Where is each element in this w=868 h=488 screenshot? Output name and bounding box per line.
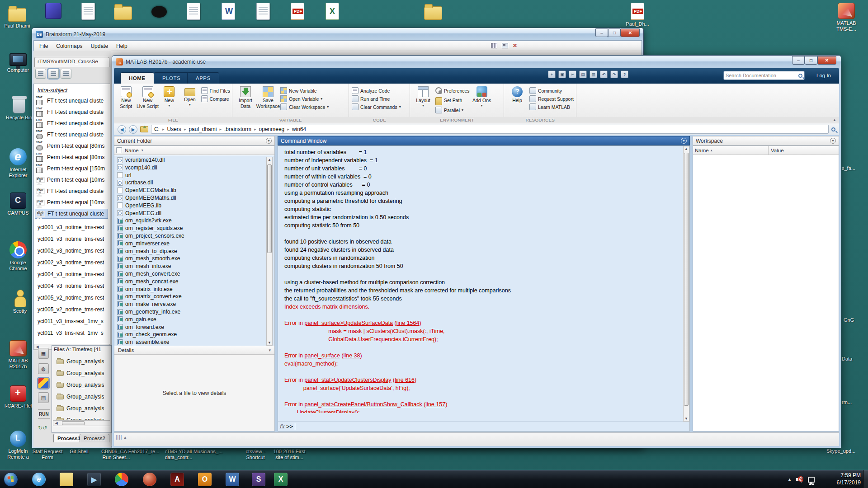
button-new-variable[interactable]: New Variable (280, 87, 329, 94)
tree-item[interactable]: yct004_v3_notime_tms-rest (37, 281, 110, 291)
close-all-icon[interactable]: ✕ (513, 42, 517, 49)
app-red-taskbar-icon[interactable] (143, 473, 156, 486)
desktop-icon[interactable] (420, 3, 447, 20)
desktop-icon[interactable]: MATLAB R2017b (4, 340, 33, 370)
workspace-name-column[interactable]: Name (695, 148, 709, 153)
breadcrumb-item[interactable]: C: (154, 126, 160, 132)
breadcrumb-item[interactable]: win64 (292, 126, 306, 132)
desktop-icon-label[interactable]: Skype_upd... (826, 448, 855, 454)
file-row[interactable]: OpenMEEGMaths.dll (117, 195, 267, 201)
button-compare[interactable]: Compare (201, 95, 231, 102)
tree-item[interactable]: FT t-test unequal cluste (35, 186, 108, 196)
tree-item[interactable]: yct004_v3_notime_tms-rest (37, 269, 110, 279)
subjects-icon[interactable] (35, 69, 46, 79)
menu-item-update[interactable]: Update (90, 43, 108, 49)
tree-item[interactable]: yct011_v3_tms-rest_1mv_s (37, 316, 110, 326)
excel-taskbar-icon[interactable]: X (274, 473, 288, 486)
tree-item[interactable]: yct001_v3_notime_tms-rest (37, 222, 110, 232)
file-row[interactable]: om_squids2vtk.exe (117, 217, 267, 224)
refresh-icon[interactable]: ↻↺ (38, 425, 47, 431)
command-window-scrollbar[interactable]: ▲ ▼ (683, 146, 689, 422)
command-prompt[interactable]: >> (286, 422, 293, 431)
up-folder-icon[interactable] (140, 126, 148, 132)
button-find-files[interactable]: Find Files (201, 87, 231, 94)
tree-item[interactable]: yct011_v3_tms-rest_1mv_s (37, 328, 110, 338)
file-row[interactable]: OpenMEEGMaths.lib (117, 187, 267, 193)
workspace-header[interactable]: Workspace ▼ (693, 136, 839, 145)
ribbon-tab-home[interactable]: HOME (120, 72, 154, 84)
folders-icon[interactable] (61, 69, 71, 79)
desktop-icon[interactable] (109, 3, 137, 20)
desktop-icon[interactable]: MATLAB TMS-E... (833, 3, 860, 32)
file-row[interactable]: om_check_geom.exe (117, 331, 267, 338)
desktop-icon[interactable] (215, 3, 242, 20)
desktop-icon[interactable] (319, 3, 346, 20)
file-row[interactable]: om_mesh_to_dip.exe (117, 248, 267, 254)
desktop-icon-label[interactable]: Git Shell (59, 449, 99, 455)
file-row[interactable]: ucrtbase.dll (117, 179, 267, 186)
error-link[interactable]: line 616 (395, 377, 415, 383)
desktop-icon[interactable] (284, 3, 311, 20)
breadcrumb-item[interactable]: Users (167, 126, 181, 132)
menu-item-colormaps[interactable]: Colormaps (56, 43, 82, 49)
new-doc-icon[interactable]: + (548, 70, 556, 78)
window-layout-icon[interactable] (502, 43, 508, 48)
tree-item[interactable]: yct005_v2_notime_tms-rest (37, 293, 110, 303)
desktop-icon[interactable]: I-CARE- Hel (4, 385, 33, 409)
app-purple-taskbar-icon[interactable]: S (252, 473, 265, 486)
files-a-row[interactable]: Group_analysis (57, 370, 104, 376)
tab-process2[interactable]: Process2 (80, 434, 109, 442)
volume-muted-icon[interactable] (796, 476, 803, 483)
word-taskbar-icon[interactable]: W (226, 473, 239, 486)
desktop-icon[interactable]: Computer (4, 52, 33, 73)
file-row[interactable]: om_minverser.exe (117, 240, 267, 247)
tree-item[interactable]: FT t-test unequal cluste (35, 118, 108, 128)
desktop-icon[interactable] (250, 3, 277, 20)
brainstorm-close-button[interactable]: ✕ (621, 28, 640, 37)
taskbar-clock[interactable]: 7:59 PM 6/17/2019 (837, 472, 861, 486)
desktop-icon-label[interactable]: s_fa... (842, 165, 855, 171)
button-help[interactable]: Help (507, 85, 528, 103)
file-row[interactable]: om_forward.exe (117, 324, 267, 330)
matlab-minimize-button[interactable]: – (792, 56, 805, 65)
scroll-thumb[interactable] (62, 421, 85, 425)
button-set-path[interactable]: Set Path (435, 95, 470, 105)
tree-item[interactable]: FT t-test unequal cluste (35, 130, 108, 140)
desktop-icon-label[interactable]: Data (842, 356, 852, 362)
file-row[interactable]: om_register_squids.exe (117, 225, 267, 231)
tree-item[interactable]: FT t-test unequal cluste (35, 107, 108, 117)
matlab-close-button[interactable]: ✕ (817, 56, 836, 65)
button-run-and-time[interactable]: Run and Time (352, 95, 401, 102)
tree-item[interactable]: Perm t-test equal [80ms (35, 141, 108, 151)
file-row[interactable]: OpenMEEG.dll (117, 210, 267, 216)
save-icon[interactable]: ▣ (558, 70, 566, 78)
layout-grid-icon[interactable] (491, 43, 497, 48)
button-clear-commands[interactable]: Clear Commands▾ (352, 103, 401, 110)
files-a-row[interactable]: Group_analysis (57, 405, 104, 412)
address-search-icon[interactable] (831, 127, 835, 131)
ribbon-collapse-icon[interactable]: ▲ (833, 118, 836, 122)
error-link[interactable]: panel_stat>CreatePanel/ButtonShow_Callba… (304, 401, 422, 408)
desktop-icon[interactable]: Recycle Bin (5, 96, 33, 121)
file-row[interactable]: vcomp140.dll (117, 164, 267, 171)
file-row[interactable]: om_mesh_info.exe (117, 263, 267, 269)
chrome-taskbar-icon[interactable] (115, 473, 128, 486)
button-layout[interactable]: Layout▾ (413, 85, 434, 108)
error-link[interactable]: line 157 (425, 401, 445, 408)
desktop-icon-label[interactable]: rm... (842, 399, 852, 405)
button-new-script[interactable]: NewScript (117, 85, 136, 109)
menu-item-file[interactable]: File (39, 43, 48, 49)
command-window-header[interactable]: Command Window ▼ (278, 136, 690, 145)
tree-item[interactable]: FT t-test unequal cluste (35, 96, 108, 106)
button-learn-matlab[interactable]: Learn MATLAB (529, 103, 574, 110)
login-link[interactable]: Log In (816, 73, 831, 78)
desktop-icon-label[interactable]: 100-2016 First site of stim... (269, 449, 310, 460)
files-a-row[interactable]: Group_analysis (57, 358, 104, 365)
outlook-taskbar-icon[interactable]: O (198, 473, 212, 486)
show-desktop-button[interactable] (863, 470, 868, 488)
file-row[interactable]: om_mesh_convert.exe (117, 271, 267, 277)
cut-icon[interactable]: ✂ (569, 70, 576, 78)
command-window-panel[interactable]: total number of measurements =total numb… (278, 145, 690, 432)
file-row[interactable]: om_make_nerve.exe (117, 301, 267, 307)
desktop-icon[interactable]: Paul_Dh... (624, 3, 651, 27)
